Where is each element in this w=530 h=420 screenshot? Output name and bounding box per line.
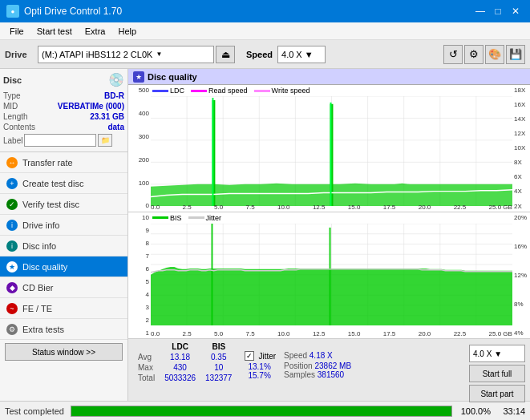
menu-start-test[interactable]: Start test xyxy=(30,25,79,38)
close-button[interactable]: ✕ xyxy=(508,3,524,19)
cd-bier-icon: ◆ xyxy=(6,282,18,293)
drive-label: Drive xyxy=(5,50,33,59)
status-window-button[interactable]: Status window >> xyxy=(5,343,123,361)
contents-value: data xyxy=(107,123,124,131)
palette-icon[interactable]: 🎨 xyxy=(485,45,504,64)
status-bar: Test completed 100.0% 33:14 xyxy=(0,401,530,420)
disc-quality-header: ★ Disc quality xyxy=(128,69,530,85)
disc-icon: 💿 xyxy=(108,72,124,87)
label-browse-button[interactable]: 📁 xyxy=(98,134,112,147)
samples-val: 381560 xyxy=(318,370,344,379)
disc-quality-icon: ★ xyxy=(6,261,18,273)
refresh-icon[interactable]: ↺ xyxy=(443,45,463,64)
right-buttons: 4.0 X ▼ Start full Start part xyxy=(469,345,525,402)
progress-bar xyxy=(71,406,452,417)
extra-tests-label: Extra tests xyxy=(22,325,64,334)
sidebar-item-verify-test-disc[interactable]: ✓Verify test disc xyxy=(0,194,127,215)
progress-text: 100.0% xyxy=(459,406,491,416)
chart2-legend: BIS Jitter xyxy=(152,214,221,222)
drive-info-label: Drive info xyxy=(22,220,59,230)
avg-label: Avg xyxy=(133,352,160,362)
total-label: Total xyxy=(133,373,160,383)
menu-help[interactable]: Help xyxy=(111,25,143,38)
menu-extra[interactable]: Extra xyxy=(79,25,112,38)
legend-bis: BIS xyxy=(152,214,182,222)
transfer-rate-label: Transfer rate xyxy=(22,158,73,168)
max-label: Max xyxy=(133,362,160,373)
config-icon[interactable]: ⚙ xyxy=(464,45,483,64)
nav-items: ↔Transfer rate+Create test disc✓Verify t… xyxy=(0,152,127,340)
sidebar-item-drive-info[interactable]: iDrive info xyxy=(0,215,127,236)
app-icon: ● xyxy=(6,5,19,18)
minimize-button[interactable]: — xyxy=(472,3,488,19)
max-bis: 10 xyxy=(200,362,237,373)
max-ldc: 430 xyxy=(160,362,200,373)
sidebar: Disc 💿 Type BD-R MID VERBATIMe (000) Len… xyxy=(0,69,128,401)
disc-section: Disc 💿 Type BD-R MID VERBATIMe (000) Len… xyxy=(0,69,127,152)
start-full-button[interactable]: Start full xyxy=(469,365,525,382)
chart1-y-axis-right: 18X16X14X12X10X8X6X4X2X xyxy=(512,85,530,212)
charts-area: LDC Read speed Write speed 50040 xyxy=(128,85,530,338)
progress-bar-fill xyxy=(71,406,451,416)
menu-bar: File Start test Extra Help xyxy=(0,22,530,40)
right-panel: ★ Disc quality LDC Read speed xyxy=(128,69,530,401)
chart1-svg xyxy=(151,96,512,206)
chart1-container: LDC Read speed Write speed 50040 xyxy=(128,85,530,212)
label-key: Label xyxy=(3,136,22,145)
save-icon[interactable]: 💾 xyxy=(506,45,525,64)
chart2-svg xyxy=(151,224,512,325)
sidebar-item-create-test-disc[interactable]: +Create test disc xyxy=(0,173,127,194)
jitter-label: Jitter xyxy=(258,352,276,361)
jitter-checkbox[interactable]: ✓ xyxy=(245,351,254,361)
chart2-y-axis: 10987654321 xyxy=(128,212,151,339)
mid-label: MID xyxy=(3,102,18,111)
time-text: 33:14 xyxy=(497,406,525,416)
create-test-disc-icon: + xyxy=(6,178,18,189)
drive-dropdown[interactable]: (M:) ATAPI iHBS112 2 CL0K ▼ xyxy=(38,46,214,63)
stats-bar: LDC BIS Avg 13.18 0.35 Max 430 10 Tota xyxy=(128,338,530,401)
sidebar-item-fe-te[interactable]: ~FE / TE xyxy=(0,298,127,319)
verify-test-disc-label: Verify test disc xyxy=(22,200,79,209)
disc-quality-title: Disc quality xyxy=(148,72,197,82)
label-input[interactable] xyxy=(24,134,96,147)
menu-file[interactable]: File xyxy=(3,25,30,38)
speed-dropdown[interactable]: 4.0 X ▼ xyxy=(277,46,326,63)
start-part-button[interactable]: Start part xyxy=(469,385,525,402)
speed-val: 4.18 X xyxy=(310,351,333,360)
avg-bis: 0.35 xyxy=(200,352,237,362)
sidebar-item-disc-info[interactable]: iDisc info xyxy=(0,236,127,256)
sidebar-item-cd-bier[interactable]: ◆CD Bier xyxy=(0,277,127,298)
verify-test-disc-icon: ✓ xyxy=(6,199,18,210)
speed-select[interactable]: 4.0 X ▼ xyxy=(469,345,525,362)
create-test-disc-label: Create test disc xyxy=(22,179,83,188)
sidebar-item-disc-quality[interactable]: ★Disc quality xyxy=(0,256,127,277)
chart1-x-axis: 0.02.55.07.510.012.515.017.520.022.525.0… xyxy=(151,204,512,212)
bis-header: BIS xyxy=(200,341,237,352)
drive-select[interactable]: (M:) ATAPI iHBS112 2 CL0K ▼ ⏏ xyxy=(38,46,235,63)
chart1-legend: LDC Read speed Write speed xyxy=(152,87,310,95)
legend-read-speed: Read speed xyxy=(191,87,248,95)
status-text: Test completed xyxy=(5,406,64,416)
extra-tests-icon: ⚙ xyxy=(6,324,18,335)
disc-section-title: Disc xyxy=(3,75,22,85)
maximize-button[interactable]: □ xyxy=(490,3,506,19)
position-val: 23862 MB xyxy=(314,361,351,370)
disc-quality-label: Disc quality xyxy=(22,262,67,272)
transfer-rate-icon: ↔ xyxy=(6,157,18,168)
avg-ldc: 13.18 xyxy=(160,352,200,362)
stats-table: LDC BIS Avg 13.18 0.35 Max 430 10 Tota xyxy=(133,341,237,383)
eject-button[interactable]: ⏏ xyxy=(216,46,235,63)
fe-te-icon: ~ xyxy=(6,303,18,314)
sidebar-item-transfer-rate[interactable]: ↔Transfer rate xyxy=(0,152,127,173)
cd-bier-label: CD Bier xyxy=(22,283,54,293)
type-label: Type xyxy=(3,91,21,100)
sidebar-item-extra-tests[interactable]: ⚙Extra tests xyxy=(0,319,127,340)
disc-quality-icon: ★ xyxy=(133,71,144,83)
jitter-max-val: 15.7% xyxy=(245,371,276,380)
app-title: Opti Drive Control 1.70 xyxy=(24,6,122,17)
svg-marker-42 xyxy=(151,266,512,325)
chart2-x-axis: 0.02.55.07.510.012.515.017.520.022.525.0… xyxy=(151,330,512,338)
legend-write-speed: Write speed xyxy=(254,87,310,95)
drive-bar: Drive (M:) ATAPI iHBS112 2 CL0K ▼ ⏏ Spee… xyxy=(0,40,530,69)
chart1-y-axis: 5004003002001000 xyxy=(128,85,151,212)
